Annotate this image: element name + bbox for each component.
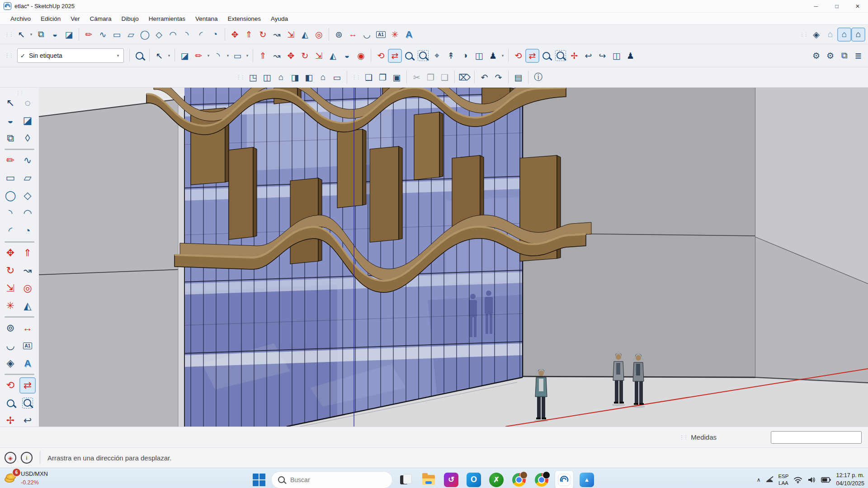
palette-tape-measure-icon[interactable]: ⊚ — [2, 320, 19, 336]
menu-camara[interactable]: Cámara — [85, 15, 117, 22]
palette-follow-me-icon[interactable]: ↝ — [19, 263, 36, 279]
rotate-tool-icon[interactable]: ↻ — [256, 28, 270, 42]
tray-chevron-icon[interactable]: ∧ — [757, 477, 761, 483]
palette-pie-icon[interactable]: ◔ — [19, 223, 36, 239]
palette-flip-icon[interactable]: ◭ — [19, 298, 36, 314]
menu-archivo[interactable]: Archivo — [5, 15, 36, 22]
geolocation-icon[interactable]: ◈ — [5, 452, 16, 464]
styles-drag-handle[interactable]: ⋮⋮ — [799, 31, 807, 38]
extension-gear-icon-1[interactable]: ⚙ — [809, 49, 823, 63]
palette-paint-bucket-icon[interactable]: ◒ — [2, 113, 19, 129]
gradient-app-button[interactable]: ↺ — [442, 471, 460, 488]
palette-text-icon[interactable]: A1 — [19, 338, 36, 354]
palette-lasso-icon[interactable]: ◌ — [19, 95, 36, 111]
offset-tool-icon[interactable]: ◎ — [312, 28, 326, 42]
zoom-tool-icon[interactable] — [402, 49, 416, 63]
pie-tool-icon[interactable]: ◔ — [208, 28, 222, 42]
model-info-icon[interactable]: ⓘ — [531, 70, 545, 84]
palette-two-point-arc-icon[interactable]: ◠ — [19, 205, 36, 221]
rectangle-tool-icon-2[interactable]: ▭ — [231, 49, 245, 63]
info-status-icon[interactable]: i — [21, 452, 33, 464]
follow-me-tool-icon-2[interactable]: ↝ — [270, 49, 284, 63]
palette-zoom-extents-icon[interactable]: ✢ — [2, 413, 19, 427]
view-iso-icon[interactable]: ◳ — [246, 70, 260, 84]
select-caret-icon[interactable]: ▾ — [28, 28, 34, 41]
scale-tool-icon[interactable]: ⇲ — [284, 28, 298, 42]
undo-icon[interactable]: ↶ — [477, 70, 491, 84]
flip-tool-icon[interactable]: ◭ — [298, 28, 312, 42]
shaded-style-icon[interactable]: ⌂ — [837, 28, 851, 42]
palette-rotate-icon[interactable]: ↻ — [2, 263, 19, 279]
menu-extensiones[interactable]: Extensiones — [222, 15, 266, 22]
3d-text-tool-icon[interactable]: A — [402, 28, 416, 42]
entity-person-caret-icon[interactable]: ▾ — [500, 49, 505, 62]
paint-bucket-tool-icon-2[interactable]: ◒ — [340, 49, 354, 63]
previous-view-icon[interactable]: ↩ — [581, 49, 595, 63]
orbit-tool-icon-2[interactable]: ⟲ — [511, 49, 525, 63]
zoom-extents-tool-icon[interactable]: ✢ — [567, 49, 581, 63]
palette-pan-icon[interactable]: ⇄ — [19, 377, 36, 394]
palette-three-point-arc-icon[interactable]: ◜ — [2, 223, 19, 239]
palette-push-pull-icon[interactable]: ⇑ — [19, 245, 36, 261]
scale-tool-icon-2[interactable]: ⇲ — [312, 49, 326, 63]
north-compass-icon[interactable]: ◈ — [809, 28, 823, 42]
start-button[interactable] — [251, 472, 267, 488]
palette-zoom-icon[interactable] — [2, 395, 19, 411]
line-caret-icon[interactable]: ▾ — [206, 49, 211, 62]
eraser-tool-icon[interactable]: ◪ — [62, 28, 76, 42]
view-front-icon[interactable]: ⌂ — [274, 70, 288, 84]
menu-ayuda[interactable]: Ayuda — [266, 15, 293, 22]
position-camera-tool-icon[interactable]: ⌖ — [430, 49, 444, 63]
view-left-icon[interactable]: ◧ — [302, 70, 316, 84]
language-indicator[interactable]: ESP LAA — [778, 473, 788, 487]
palette-select-icon[interactable]: ↖ — [2, 95, 19, 111]
palette-freehand-icon[interactable]: ∿ — [19, 152, 36, 169]
pan-tool-icon-2[interactable]: ⇄ — [525, 49, 539, 63]
monochrome-style-icon[interactable]: ⌂ — [851, 28, 865, 42]
palette-axes-icon[interactable]: ✳ — [2, 298, 19, 314]
palette-dimensions-icon[interactable]: ↔ — [19, 320, 36, 336]
print-icon[interactable]: ▤ — [511, 70, 525, 84]
palette-polygon-icon[interactable]: ◇ — [19, 188, 36, 204]
battery-icon[interactable] — [821, 477, 831, 483]
walk-person-icon[interactable]: ♟ — [623, 49, 637, 63]
look-around-tool-icon[interactable]: ◑ — [458, 49, 472, 63]
arc-tool-icon-2[interactable]: ◝ — [211, 49, 225, 63]
open-file-icon[interactable]: ❐ — [376, 70, 390, 84]
xray-style-icon[interactable]: ⌂ — [823, 28, 837, 42]
eraser-tool-icon-2[interactable]: ◪ — [178, 49, 192, 63]
menu-ventana[interactable]: Ventana — [190, 15, 223, 22]
material-sampler-icon[interactable]: ◉ — [354, 49, 368, 63]
toolbar-drag-handle[interactable]: ⋮⋮ — [5, 31, 13, 38]
move-tool-icon-2[interactable]: ✥ — [284, 49, 298, 63]
paint-bucket-tool-icon[interactable]: ◒ — [48, 28, 62, 42]
search-tool-icon[interactable] — [132, 49, 146, 63]
palette-arc-icon[interactable]: ◝ — [2, 205, 19, 221]
palette-rotated-rectangle-icon[interactable]: ▱ — [19, 170, 36, 186]
follow-me-tool-icon[interactable]: ↝ — [270, 28, 284, 42]
rectangle-tool-icon[interactable]: ▭ — [110, 28, 124, 42]
walk-tool-icon[interactable]: ↟ — [444, 49, 458, 63]
section-plane-tool-icon[interactable]: ◫ — [472, 49, 486, 63]
outlook-button[interactable]: O — [465, 471, 483, 488]
protractor-tool-icon[interactable]: ◡ — [360, 28, 374, 42]
section-display-icon[interactable]: ◫ — [609, 49, 623, 63]
palette-circle-icon[interactable]: ◯ — [2, 188, 19, 204]
dimensions-tool-icon[interactable]: ↔ — [346, 28, 360, 42]
palette-move-icon[interactable]: ✥ — [2, 245, 19, 261]
paste-icon[interactable]: ❑ — [438, 70, 452, 84]
pan-tool-icon[interactable]: ⇄ — [388, 49, 402, 63]
palette-tag-icon[interactable]: ◊ — [19, 130, 36, 146]
rectangle-caret-icon[interactable]: ▾ — [245, 49, 250, 62]
copy-icon[interactable]: ❐ — [424, 70, 438, 84]
measure-drag-handle[interactable]: ⋮⋮ — [679, 434, 687, 441]
three-point-arc-tool-icon[interactable]: ◜ — [194, 28, 208, 42]
select-tool-icon[interactable]: ↖ — [14, 28, 28, 42]
palette-line-icon[interactable]: ✏ — [2, 152, 19, 169]
text-tool-icon[interactable]: A1 — [374, 28, 388, 42]
redo-icon[interactable]: ↷ — [491, 70, 505, 84]
arc-tool-icon[interactable]: ◝ — [180, 28, 194, 42]
menu-dibujo[interactable]: Dibujo — [117, 15, 144, 22]
tape-measure-tool-icon[interactable]: ⊚ — [332, 28, 346, 42]
view-top-icon[interactable]: ◫ — [260, 70, 274, 84]
